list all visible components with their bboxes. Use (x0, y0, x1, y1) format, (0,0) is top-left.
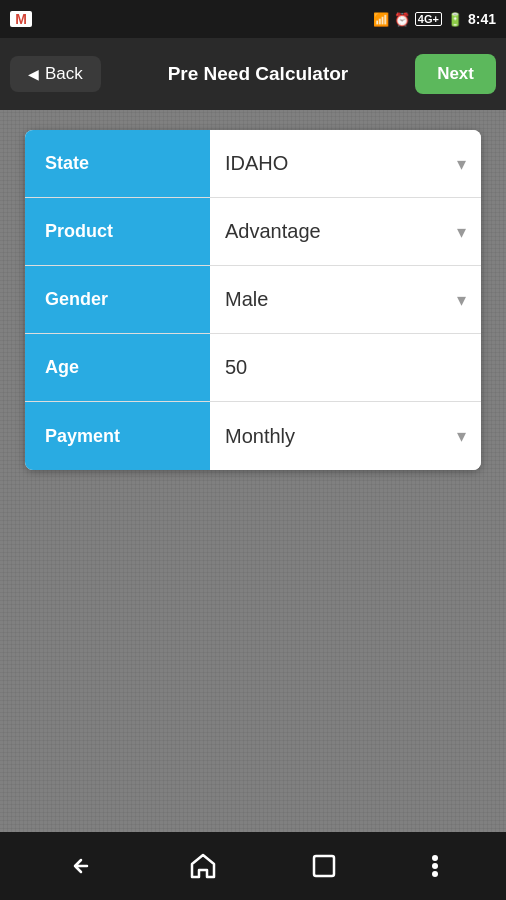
bottom-nav (0, 832, 506, 900)
gmail-icon (10, 11, 32, 27)
next-button[interactable]: Next (415, 54, 496, 94)
signal-icon: 📶 (373, 12, 389, 27)
nav-bar: Back Pre Need Calculator Next (0, 38, 506, 110)
payment-value: Monthly (225, 425, 449, 448)
4g-icon: 4G+ (415, 12, 442, 26)
time-display: 8:41 (468, 11, 496, 27)
back-nav-icon (67, 854, 95, 878)
age-value-container[interactable]: 50 (210, 334, 481, 401)
gender-row: Gender Male ▾ (25, 266, 481, 334)
svg-rect-0 (314, 856, 334, 876)
state-value-container[interactable]: IDAHO ▾ (210, 130, 481, 197)
gender-value-container[interactable]: Male ▾ (210, 266, 481, 333)
payment-dropdown-arrow: ▾ (457, 425, 466, 447)
gender-dropdown-arrow: ▾ (457, 289, 466, 311)
status-bar-left (10, 11, 32, 27)
age-label: Age (25, 334, 210, 401)
back-nav-button[interactable] (47, 844, 115, 888)
back-button[interactable]: Back (10, 56, 101, 92)
age-row: Age 50 (25, 334, 481, 402)
gender-label: Gender (25, 266, 210, 333)
content-area: State IDAHO ▾ Product Advantage ▾ Gender… (0, 110, 506, 832)
state-label: State (25, 130, 210, 197)
page-title: Pre Need Calculator (101, 63, 415, 85)
recents-nav-button[interactable] (291, 843, 357, 889)
product-label: Product (25, 198, 210, 265)
home-nav-icon (189, 852, 217, 880)
payment-label: Payment (25, 402, 210, 470)
state-value: IDAHO (225, 152, 449, 175)
battery-icon: 🔋 (447, 12, 463, 27)
product-row: Product Advantage ▾ (25, 198, 481, 266)
alarm-icon: ⏰ (394, 12, 410, 27)
form-card: State IDAHO ▾ Product Advantage ▾ Gender… (25, 130, 481, 470)
product-dropdown-arrow: ▾ (457, 221, 466, 243)
recents-nav-icon (311, 853, 337, 879)
svg-point-3 (432, 871, 438, 877)
menu-nav-button[interactable] (411, 844, 459, 888)
menu-dots-icon (431, 854, 439, 878)
state-row: State IDAHO ▾ (25, 130, 481, 198)
product-value: Advantage (225, 220, 449, 243)
gender-value: Male (225, 288, 449, 311)
state-dropdown-arrow: ▾ (457, 153, 466, 175)
payment-row: Payment Monthly ▾ (25, 402, 481, 470)
svg-point-1 (432, 855, 438, 861)
home-nav-button[interactable] (169, 842, 237, 890)
product-value-container[interactable]: Advantage ▾ (210, 198, 481, 265)
status-bar: 📶 ⏰ 4G+ 🔋 8:41 (0, 0, 506, 38)
svg-point-2 (432, 863, 438, 869)
payment-value-container[interactable]: Monthly ▾ (210, 402, 481, 470)
status-bar-right: 📶 ⏰ 4G+ 🔋 8:41 (373, 11, 496, 27)
age-value: 50 (225, 356, 466, 379)
